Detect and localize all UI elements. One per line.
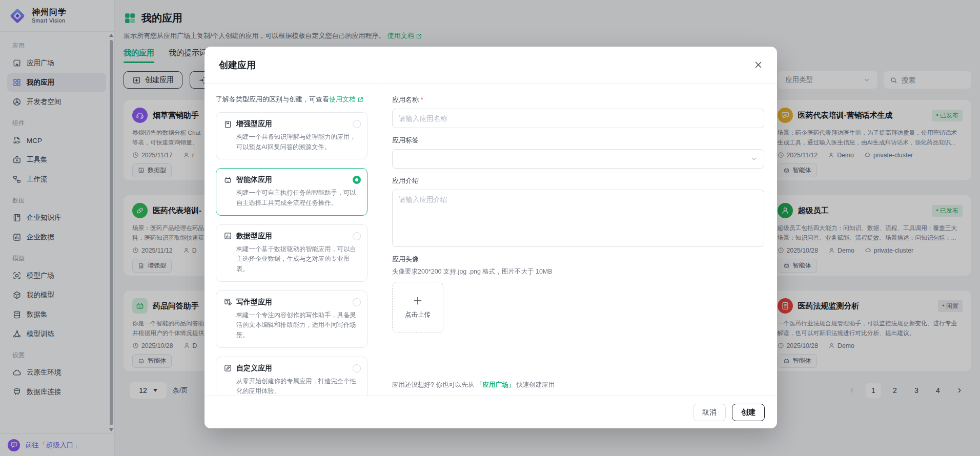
app-type-panel: 了解各类型应用的区别与创建，可查看 使用文档 增强型应用 [205,84,379,396]
avatar-requirements: 头像要求200*200 支持.jpg .png 格式，图片不大于 10MB [392,267,764,276]
avatar-upload[interactable]: 点击上传 [392,282,443,333]
app-type-description: 构建一个具备知识理解与处理能力的应用，可以预览AI回复问答的溯源文件。 [236,132,360,152]
app-type-name: 写作型应用 [236,298,272,307]
app-type-option[interactable]: 自定义应用 从零开始创建你的专属应用，打造完全个性化的应用体验。 [216,357,368,396]
type-intro: 了解各类型应用的区别与创建，可查看 使用文档 [216,95,368,104]
cancel-button[interactable]: 取消 [693,404,726,421]
app-avatar-label: 应用头像 [392,255,764,264]
radio-button[interactable] [353,364,361,372]
writing-app-icon [223,298,232,306]
app-type-name: 数据型应用 [236,232,272,241]
radio-button[interactable] [353,120,361,128]
app-intro-textarea[interactable] [392,190,764,247]
app-type-description: 构建一个基于数据驱动的智能应用，可以自主选择企业数据，生成与之对应的专业图表。 [236,244,360,275]
app-type-name: 自定义应用 [236,364,272,373]
app-name-input[interactable] [392,109,764,128]
radio-button[interactable] [353,232,361,240]
agent-app-icon [223,176,232,184]
create-button[interactable]: 创建 [732,404,765,421]
modal-footer-hint: 应用还没想好? 你也可以先从 「应用广场」 快速创建应用 [392,381,764,396]
create-app-form: 应用名称 应用标签 应用介绍 应用头像 头像要求200*200 支持.jpg .… [379,84,777,396]
app-type-option[interactable]: 增强型应用 构建一个具备知识理解与处理能力的应用，可以预览AI回复问答的溯源文件… [216,112,368,159]
app-type-description: 构建一个专注内容创作的写作助手，具备灵活的文本编辑和排版能力，适用不同写作场景。 [236,310,360,341]
app-intro-label: 应用介绍 [392,176,764,185]
radio-button[interactable] [353,298,361,306]
app-type-name: 增强型应用 [236,119,272,129]
modal-title: 创建应用 [219,59,256,71]
caret-down-icon [750,155,758,162]
app-type-option[interactable]: 写作型应用 构建一个专注内容创作的写作助手，具备灵活的文本编辑和排版能力，适用不… [216,291,368,348]
plus-icon [413,296,423,306]
knowledge-app-icon [223,120,232,129]
app-type-description: 构建一个可自主执行任务的智能助手，可以自主选择工具完成全流程任务操作。 [236,188,360,208]
app-market-link[interactable]: 「应用广场」 [476,381,515,388]
app-type-option[interactable]: 数据型应用 构建一个基于数据驱动的智能应用，可以自主选择企业数据，生成与之对应的… [216,224,368,282]
app-name-label: 应用名称 [392,95,764,105]
app-type-description: 从零开始创建你的专属应用，打造完全个性化的应用体验。 [236,377,360,396]
data-app-icon [223,232,232,240]
close-icon[interactable] [754,60,763,69]
modal-doc-link[interactable]: 使用文档 [329,95,364,104]
external-link-icon [357,96,364,103]
app-type-option[interactable]: 智能体应用 构建一个可自主执行任务的智能助手，可以自主选择工具完成全流程任务操作… [216,168,368,215]
app-tag-label: 应用标签 [392,136,764,145]
create-app-modal: 创建应用 了解各类型应用的区别与创建，可查看 使用文档 [205,47,777,428]
app-tag-select[interactable] [392,149,764,169]
app-type-name: 智能体应用 [236,175,272,184]
custom-app-icon [223,364,232,372]
